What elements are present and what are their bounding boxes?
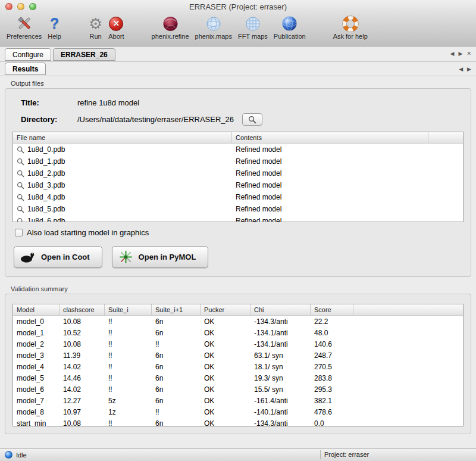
column-header-score[interactable]: Score: [311, 304, 353, 315]
traffic-lights: [5, 3, 36, 10]
validation-summary-group: Validation summary Model clashscore Suit…: [5, 285, 471, 434]
column-header-clashscore[interactable]: clashscore: [60, 304, 105, 315]
open-in-pymol-button[interactable]: Open in PyMOL: [112, 246, 209, 268]
model-cell: model_0: [13, 317, 60, 326]
directory-label: Directory:: [21, 115, 77, 124]
file-contents: Refined model: [232, 193, 428, 201]
file-name: 1u8d_3.pdb: [27, 181, 65, 189]
column-header-empty[interactable]: [353, 304, 463, 315]
model-cell: model_7: [13, 397, 60, 405]
magnifier-icon: [17, 146, 24, 154]
validation-row[interactable]: start_min 10.08 !! 6n OK -134.3/anti 0.0: [13, 418, 463, 426]
validation-summary-group-label: Validation summary: [11, 285, 471, 292]
validation-row[interactable]: model_5 14.46 !! 6n OK 19.3/ syn 283.8: [13, 372, 463, 384]
minimize-window-button[interactable]: [17, 3, 24, 10]
sub-tabstrip: Results ◀ ▶: [0, 62, 476, 76]
tab-erraser-26[interactable]: ERRASER_26: [53, 48, 115, 61]
score-cell: 140.6: [311, 340, 353, 348]
validation-row[interactable]: model_7 12.27 5z 6n OK -161.4/anti 382.1: [13, 395, 463, 406]
file-name: 1u8d_2.pdb: [27, 169, 65, 177]
clashscore-cell: 14.02: [60, 363, 105, 371]
column-header-contents[interactable]: Contents: [232, 132, 428, 143]
pucker-cell: OK: [201, 329, 250, 337]
column-header-suite-i[interactable]: Suite_i: [105, 304, 152, 315]
suite-i-cell: !!: [105, 340, 152, 348]
help-icon: ?: [50, 16, 59, 31]
suite-i1-cell: 6n: [152, 419, 201, 427]
score-cell: 270.5: [311, 363, 353, 371]
run-button[interactable]: ⚙ Run: [89, 14, 102, 40]
score-cell: 0.0: [311, 419, 353, 427]
suite-i1-cell: 6n: [152, 329, 201, 337]
subtab-scroll-right-icon[interactable]: ▶: [467, 66, 471, 72]
validation-row[interactable]: model_4 14.02 !! 6n OK 18.1/ syn 270.5: [13, 361, 463, 372]
publication-label: Publication: [274, 33, 306, 40]
tab-results[interactable]: Results: [5, 63, 46, 75]
tab-scroll-right-icon[interactable]: ▶: [459, 51, 463, 57]
window-title: ERRASER (Project: erraser): [189, 2, 287, 11]
column-header-file-name[interactable]: File name: [13, 132, 232, 143]
suite-i-cell: 1z: [105, 408, 152, 416]
zoom-window-button[interactable]: [29, 3, 36, 10]
pucker-cell: OK: [201, 419, 250, 427]
validation-row[interactable]: model_0 10.08 !! 6n OK -134.3/anti 22.2: [13, 316, 463, 327]
close-window-button[interactable]: [5, 3, 12, 10]
magnifier-icon: [17, 158, 24, 166]
model-cell: model_2: [13, 340, 60, 348]
preferences-button[interactable]: Preferences: [7, 14, 42, 40]
phenix-refine-button[interactable]: phenix.refine: [152, 14, 189, 40]
file-row[interactable]: 1u8d_1.pdb Refined model: [13, 155, 463, 167]
validation-row[interactable]: model_2 10.08 !! !! OK -134.1/anti 140.6: [13, 338, 463, 350]
chi-cell: -161.4/anti: [250, 397, 311, 405]
score-cell: 295.3: [311, 385, 353, 394]
clashscore-cell: 10.08: [60, 340, 105, 348]
tab-close-icon[interactable]: ✕: [466, 51, 471, 57]
column-header-suite-i1[interactable]: Suite_i+1: [152, 304, 201, 315]
column-header-chi[interactable]: Chi: [250, 304, 311, 315]
suite-i-cell: !!: [105, 317, 152, 326]
file-row[interactable]: 1u8d_6.pdb Refined model: [13, 215, 463, 222]
publication-button[interactable]: Publication: [274, 14, 306, 40]
score-cell: 283.8: [311, 374, 353, 382]
file-row[interactable]: 1u8d_4.pdb Refined model: [13, 191, 463, 203]
pucker-cell: OK: [201, 374, 250, 382]
column-header-model[interactable]: Model: [13, 304, 60, 315]
pucker-cell: OK: [201, 408, 250, 416]
file-row[interactable]: 1u8d_2.pdb Refined model: [13, 167, 463, 179]
file-row[interactable]: 1u8d_5.pdb Refined model: [13, 203, 463, 215]
validation-row[interactable]: model_3 11.39 !! 6n OK 63.1/ syn 248.7: [13, 350, 463, 361]
validation-row[interactable]: model_6 14.02 !! 6n OK 15.5/ syn 295.3: [13, 384, 463, 395]
open-in-coot-button[interactable]: Open in Coot: [14, 246, 102, 268]
tab-configure[interactable]: Configure: [5, 48, 51, 61]
open-in-pymol-label: Open in PyMOL: [139, 253, 196, 261]
fft-maps-button[interactable]: FFT maps: [238, 14, 268, 40]
validation-table: Model clashscore Suite_i Suite_i+1 Pucke…: [12, 304, 464, 426]
phenix-refine-label: phenix.refine: [152, 33, 189, 40]
load-starting-model-checkbox[interactable]: [15, 229, 23, 236]
abort-button[interactable]: ✕ Abort: [108, 14, 124, 40]
column-header-empty[interactable]: [428, 132, 463, 143]
output-files-group: Output files Title: refine 1u8d model Di…: [5, 80, 471, 277]
help-button[interactable]: ? Help: [48, 14, 61, 40]
ask-for-help-button[interactable]: Ask for help: [333, 14, 368, 40]
file-row[interactable]: 1u8d_3.pdb Refined model: [13, 179, 463, 191]
main-tabstrip: Configure ERRASER_26 ◀ ▶ ✕: [0, 46, 476, 62]
column-header-pucker[interactable]: Pucker: [201, 304, 250, 315]
suite-i-cell: !!: [105, 374, 152, 382]
file-row[interactable]: 1u8d_0.pdb Refined model: [13, 144, 463, 155]
chi-cell: -134.3/anti: [250, 419, 311, 427]
file-contents: Refined model: [232, 157, 428, 166]
phenix-maps-button[interactable]: phenix.maps: [195, 14, 232, 40]
magnifier-icon: [17, 194, 24, 201]
window-chrome: ERRASER (Project: erraser) Preferences ?…: [0, 0, 476, 46]
tab-scroll-left-icon[interactable]: ◀: [450, 51, 455, 57]
subtab-scroll-left-icon[interactable]: ◀: [459, 66, 463, 72]
status-divider: [320, 450, 321, 459]
help-label: Help: [48, 33, 61, 40]
pucker-cell: OK: [201, 397, 250, 405]
titlebar: ERRASER (Project: erraser): [0, 0, 476, 13]
validation-row[interactable]: model_8 10.97 1z !! OK -140.1/anti 478.6: [13, 406, 463, 418]
browse-directory-button[interactable]: [242, 113, 262, 126]
load-starting-model-row: Also load starting model in graphics: [15, 228, 464, 237]
validation-row[interactable]: model_1 10.52 !! 6n OK -134.1/anti 48.0: [13, 327, 463, 338]
